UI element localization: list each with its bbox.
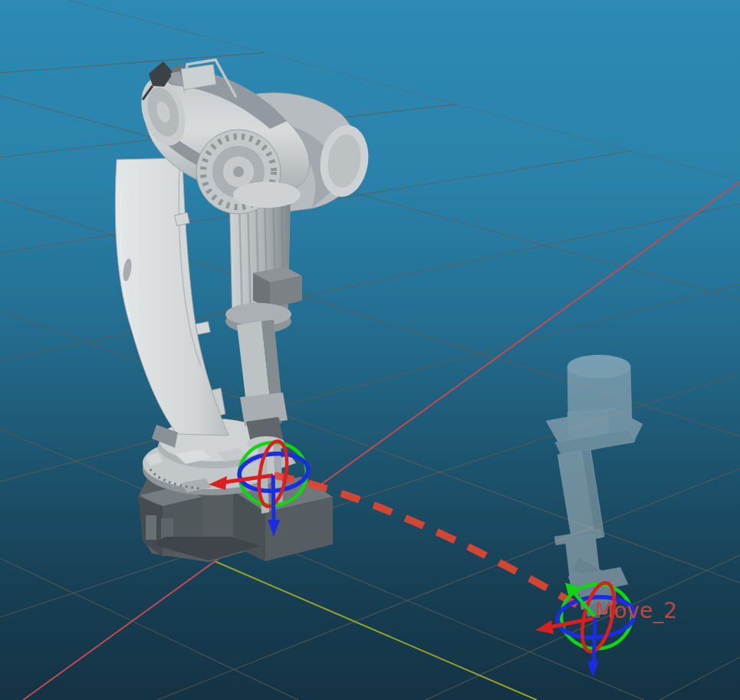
3d-viewport[interactable]: Move_2 [0,0,740,700]
3d-scene[interactable]: Move_2 [0,0,740,700]
target-label[interactable]: Move_2 [595,598,677,623]
